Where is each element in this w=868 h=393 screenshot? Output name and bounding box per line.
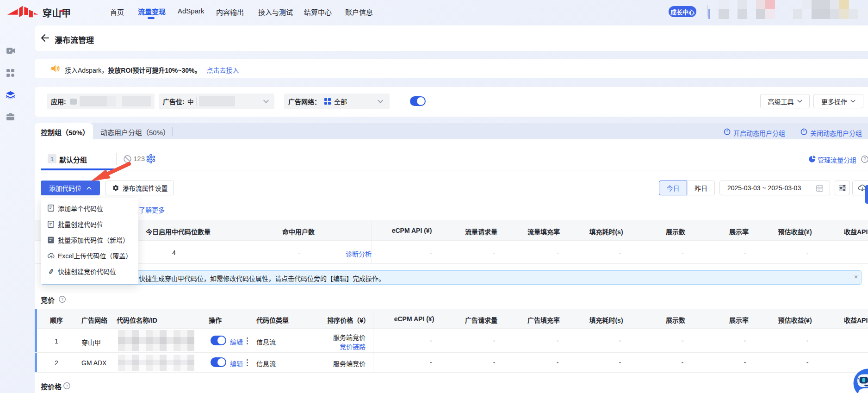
svg-text:?: ?: [61, 297, 63, 302]
svg-text:?: ?: [863, 157, 866, 162]
svg-text:?: ?: [66, 384, 68, 388]
